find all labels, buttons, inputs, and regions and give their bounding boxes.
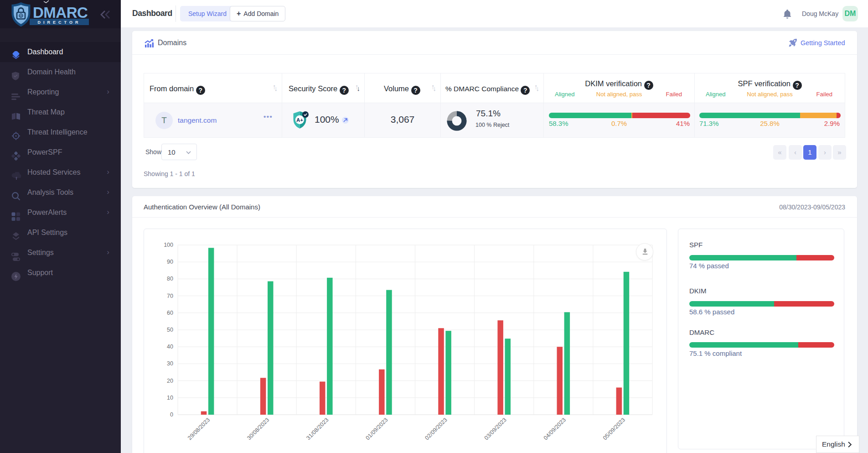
svg-text:A+: A+ xyxy=(296,117,303,123)
svg-text:20: 20 xyxy=(167,378,173,384)
svg-text:29/08/2023: 29/08/2023 xyxy=(186,417,211,441)
svg-text:40: 40 xyxy=(167,344,173,350)
svg-text:05/09/2023: 05/09/2023 xyxy=(602,417,626,441)
svg-text:0: 0 xyxy=(170,411,173,418)
svg-text:100: 100 xyxy=(164,242,173,248)
svg-text:DMARC: DMARC xyxy=(33,4,88,21)
svg-text:30: 30 xyxy=(167,360,173,367)
svg-text:10: 10 xyxy=(167,395,173,401)
svg-text:03/09/2023: 03/09/2023 xyxy=(483,417,508,441)
svg-text:50: 50 xyxy=(167,327,173,333)
svg-text:04/09/2023: 04/09/2023 xyxy=(542,417,567,441)
svg-text:02/09/2023: 02/09/2023 xyxy=(424,417,449,441)
svg-text:80: 80 xyxy=(167,276,173,282)
svg-text:70: 70 xyxy=(167,293,173,299)
svg-text:90: 90 xyxy=(167,259,173,265)
svg-text:01/09/2023: 01/09/2023 xyxy=(364,417,389,441)
svg-text:60: 60 xyxy=(167,310,173,316)
svg-text:@: @ xyxy=(19,14,22,18)
svg-text:31/08/2023: 31/08/2023 xyxy=(305,417,330,441)
svg-text:30/08/2023: 30/08/2023 xyxy=(246,417,270,441)
